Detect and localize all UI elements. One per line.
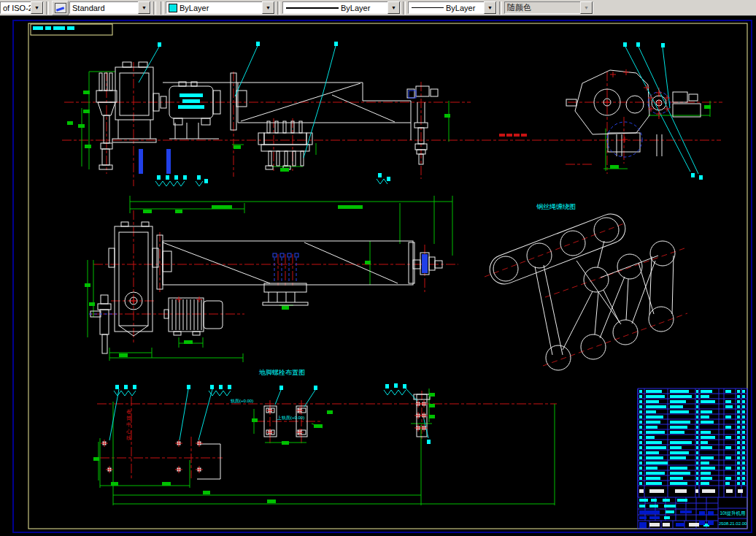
title-block-product: 10t提升机用 xyxy=(720,510,745,516)
reeving-diagram-title: 钢丝绳缠绕图 xyxy=(536,203,576,210)
application-window: of ISO-2 ▼ Standard ▼ ByLayer ▼ ByLayer … xyxy=(0,0,756,536)
bolt-layout-title: 地脚螺栓布置图 xyxy=(258,369,305,376)
title-block-drawing-number: JS08.21.02.00 xyxy=(719,521,747,526)
upper-rail-level-label: 上轨面(+0.00) xyxy=(277,415,304,421)
stamp-text-bars xyxy=(33,26,74,30)
drum-centerline-label: 卷筒中心线 xyxy=(126,409,131,440)
cad-canvas[interactable]: 10t提升机用 JS08.21.02.00 钢丝绳缠绕图 地脚螺栓布置图 轨面(… xyxy=(0,0,756,536)
rail-level-label: 轨面(+0.00) xyxy=(231,398,253,404)
